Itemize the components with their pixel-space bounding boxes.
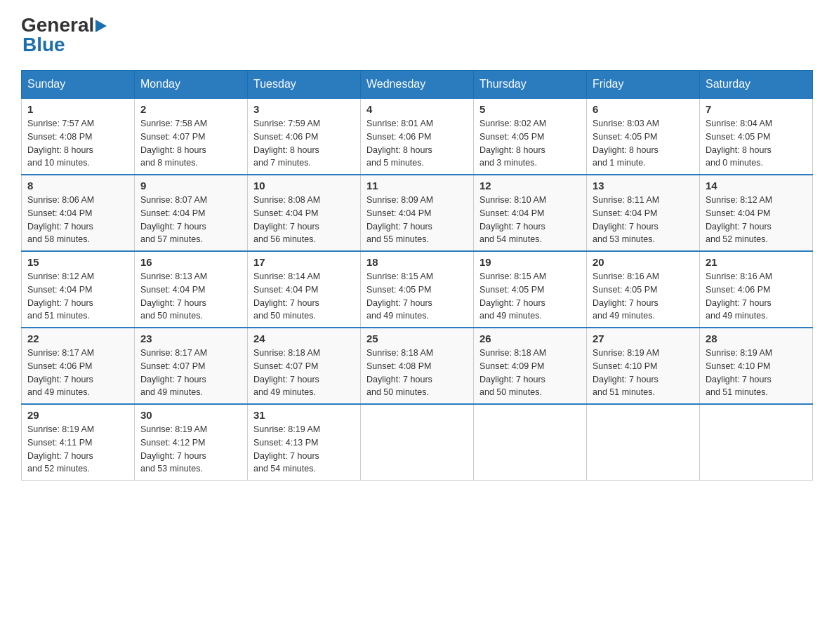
calendar-table: Sunday Monday Tuesday Wednesday Thursday… <box>21 70 813 481</box>
day-number: 9 <box>140 180 241 192</box>
calendar-cell: 4Sunrise: 8:01 AMSunset: 4:06 PMDaylight… <box>361 98 474 175</box>
calendar-week-row: 1Sunrise: 7:57 AMSunset: 4:08 PMDaylight… <box>22 98 813 175</box>
day-info: Sunrise: 8:13 AMSunset: 4:04 PMDaylight:… <box>140 270 241 323</box>
header-sunday: Sunday <box>22 71 135 99</box>
day-number: 11 <box>366 180 468 192</box>
calendar-cell: 19Sunrise: 8:15 AMSunset: 4:05 PMDayligh… <box>474 251 587 328</box>
calendar-cell: 16Sunrise: 8:13 AMSunset: 4:04 PMDayligh… <box>135 251 248 328</box>
day-number: 18 <box>366 256 468 268</box>
calendar-cell: 5Sunrise: 8:02 AMSunset: 4:05 PMDaylight… <box>474 98 587 175</box>
header-tuesday: Tuesday <box>248 71 361 99</box>
day-info: Sunrise: 8:07 AMSunset: 4:04 PMDaylight:… <box>140 194 241 246</box>
day-number: 27 <box>593 333 694 344</box>
calendar-cell: 17Sunrise: 8:14 AMSunset: 4:04 PMDayligh… <box>248 251 361 328</box>
day-number: 21 <box>706 256 807 268</box>
day-info: Sunrise: 8:17 AMSunset: 4:06 PMDaylight:… <box>27 347 128 399</box>
calendar-cell: 3Sunrise: 7:59 AMSunset: 4:06 PMDaylight… <box>248 98 361 175</box>
day-number: 30 <box>140 409 241 421</box>
day-number: 17 <box>253 256 355 268</box>
calendar-cell: 18Sunrise: 8:15 AMSunset: 4:05 PMDayligh… <box>361 251 474 328</box>
day-info: Sunrise: 8:11 AMSunset: 4:04 PMDaylight:… <box>593 194 694 246</box>
day-info: Sunrise: 8:19 AMSunset: 4:11 PMDaylight:… <box>27 423 128 476</box>
calendar-cell: 20Sunrise: 8:16 AMSunset: 4:05 PMDayligh… <box>587 251 700 328</box>
day-info: Sunrise: 8:19 AMSunset: 4:10 PMDaylight:… <box>706 347 807 399</box>
day-number: 4 <box>366 103 468 115</box>
calendar-cell: 12Sunrise: 8:10 AMSunset: 4:04 PMDayligh… <box>474 175 587 251</box>
calendar-cell: 11Sunrise: 8:09 AMSunset: 4:04 PMDayligh… <box>361 175 474 251</box>
calendar-cell: 26Sunrise: 8:18 AMSunset: 4:09 PMDayligh… <box>474 328 587 404</box>
day-number: 31 <box>253 409 355 421</box>
day-info: Sunrise: 8:04 AMSunset: 4:05 PMDaylight:… <box>706 117 807 170</box>
calendar-cell: 29Sunrise: 8:19 AMSunset: 4:11 PMDayligh… <box>22 404 135 481</box>
day-info: Sunrise: 7:57 AMSunset: 4:08 PMDaylight:… <box>27 117 128 170</box>
calendar-cell: 22Sunrise: 8:17 AMSunset: 4:06 PMDayligh… <box>22 328 135 404</box>
calendar-cell: 31Sunrise: 8:19 AMSunset: 4:13 PMDayligh… <box>248 404 361 481</box>
day-number: 14 <box>706 180 807 192</box>
day-number: 22 <box>27 333 128 344</box>
calendar-cell: 25Sunrise: 8:18 AMSunset: 4:08 PMDayligh… <box>361 328 474 404</box>
calendar-cell: 10Sunrise: 8:08 AMSunset: 4:04 PMDayligh… <box>248 175 361 251</box>
day-number: 8 <box>27 180 128 192</box>
day-number: 1 <box>27 103 128 115</box>
calendar-cell: 9Sunrise: 8:07 AMSunset: 4:04 PMDaylight… <box>135 175 248 251</box>
day-number: 13 <box>593 180 694 192</box>
header-friday: Friday <box>587 71 700 99</box>
calendar-cell: 1Sunrise: 7:57 AMSunset: 4:08 PMDaylight… <box>22 98 135 175</box>
calendar-cell: 24Sunrise: 8:18 AMSunset: 4:07 PMDayligh… <box>248 328 361 404</box>
day-info: Sunrise: 8:18 AMSunset: 4:07 PMDaylight:… <box>253 347 355 399</box>
day-number: 24 <box>253 333 355 344</box>
day-info: Sunrise: 8:06 AMSunset: 4:04 PMDaylight:… <box>27 194 128 246</box>
day-header-row: Sunday Monday Tuesday Wednesday Thursday… <box>22 71 813 99</box>
logo-blue-text: Blue <box>22 34 65 56</box>
header-wednesday: Wednesday <box>361 71 474 99</box>
calendar-cell: 28Sunrise: 8:19 AMSunset: 4:10 PMDayligh… <box>700 328 813 404</box>
day-info: Sunrise: 8:19 AMSunset: 4:10 PMDaylight:… <box>593 347 694 399</box>
day-info: Sunrise: 8:19 AMSunset: 4:12 PMDaylight:… <box>140 423 241 476</box>
calendar-cell: 8Sunrise: 8:06 AMSunset: 4:04 PMDaylight… <box>22 175 135 251</box>
day-number: 28 <box>706 333 807 344</box>
calendar-week-row: 15Sunrise: 8:12 AMSunset: 4:04 PMDayligh… <box>22 251 813 328</box>
day-info: Sunrise: 8:18 AMSunset: 4:09 PMDaylight:… <box>479 347 581 399</box>
day-info: Sunrise: 8:12 AMSunset: 4:04 PMDaylight:… <box>27 270 128 323</box>
day-number: 19 <box>479 256 581 268</box>
calendar-cell: 2Sunrise: 7:58 AMSunset: 4:07 PMDaylight… <box>135 98 248 175</box>
calendar-cell <box>474 404 587 481</box>
logo-arrow-icon <box>95 20 107 32</box>
day-number: 10 <box>253 180 355 192</box>
calendar-week-row: 22Sunrise: 8:17 AMSunset: 4:06 PMDayligh… <box>22 328 813 404</box>
day-number: 16 <box>140 256 241 268</box>
calendar-cell: 23Sunrise: 8:17 AMSunset: 4:07 PMDayligh… <box>135 328 248 404</box>
day-info: Sunrise: 7:58 AMSunset: 4:07 PMDaylight:… <box>140 117 241 170</box>
day-number: 7 <box>706 103 807 115</box>
day-info: Sunrise: 8:18 AMSunset: 4:08 PMDaylight:… <box>366 347 468 399</box>
day-number: 23 <box>140 333 241 344</box>
day-info: Sunrise: 8:15 AMSunset: 4:05 PMDaylight:… <box>479 270 581 323</box>
day-info: Sunrise: 8:01 AMSunset: 4:06 PMDaylight:… <box>366 117 468 170</box>
calendar-cell <box>361 404 474 481</box>
calendar-cell: 13Sunrise: 8:11 AMSunset: 4:04 PMDayligh… <box>587 175 700 251</box>
calendar-cell: 15Sunrise: 8:12 AMSunset: 4:04 PMDayligh… <box>22 251 135 328</box>
day-info: Sunrise: 8:15 AMSunset: 4:05 PMDaylight:… <box>366 270 468 323</box>
calendar-cell: 6Sunrise: 8:03 AMSunset: 4:05 PMDaylight… <box>587 98 700 175</box>
day-number: 6 <box>593 103 694 115</box>
day-number: 15 <box>27 256 128 268</box>
page-header: General Blue <box>21 14 813 56</box>
calendar-week-row: 8Sunrise: 8:06 AMSunset: 4:04 PMDaylight… <box>22 175 813 251</box>
day-number: 2 <box>140 103 241 115</box>
day-number: 12 <box>479 180 581 192</box>
calendar-cell <box>587 404 700 481</box>
calendar-cell: 7Sunrise: 8:04 AMSunset: 4:05 PMDaylight… <box>700 98 813 175</box>
header-monday: Monday <box>135 71 248 99</box>
day-number: 3 <box>253 103 355 115</box>
calendar-cell: 14Sunrise: 8:12 AMSunset: 4:04 PMDayligh… <box>700 175 813 251</box>
day-info: Sunrise: 8:09 AMSunset: 4:04 PMDaylight:… <box>366 194 468 246</box>
day-info: Sunrise: 8:14 AMSunset: 4:04 PMDaylight:… <box>253 270 355 323</box>
day-number: 20 <box>593 256 694 268</box>
day-info: Sunrise: 8:08 AMSunset: 4:04 PMDaylight:… <box>253 194 355 246</box>
day-info: Sunrise: 7:59 AMSunset: 4:06 PMDaylight:… <box>253 117 355 170</box>
day-info: Sunrise: 8:16 AMSunset: 4:05 PMDaylight:… <box>593 270 694 323</box>
day-info: Sunrise: 8:10 AMSunset: 4:04 PMDaylight:… <box>479 194 581 246</box>
calendar-cell <box>700 404 813 481</box>
logo: General Blue <box>21 14 107 56</box>
calendar-cell: 21Sunrise: 8:16 AMSunset: 4:06 PMDayligh… <box>700 251 813 328</box>
